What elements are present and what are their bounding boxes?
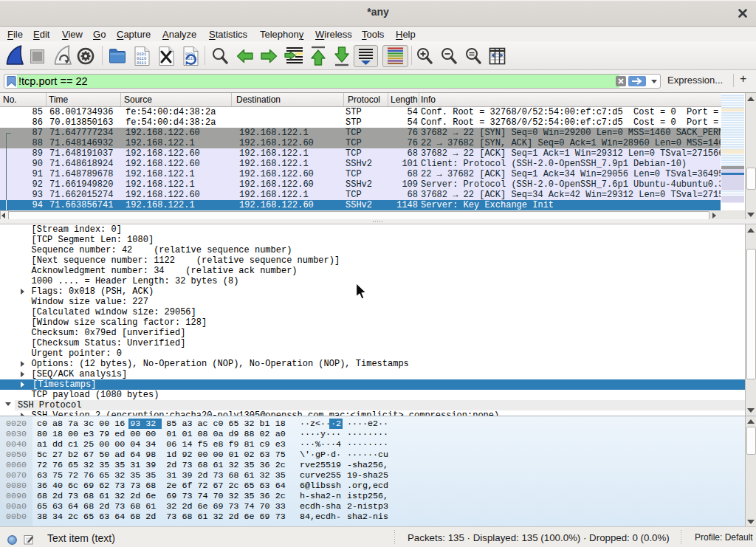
svg-text:0111: 0111 xyxy=(137,61,147,66)
